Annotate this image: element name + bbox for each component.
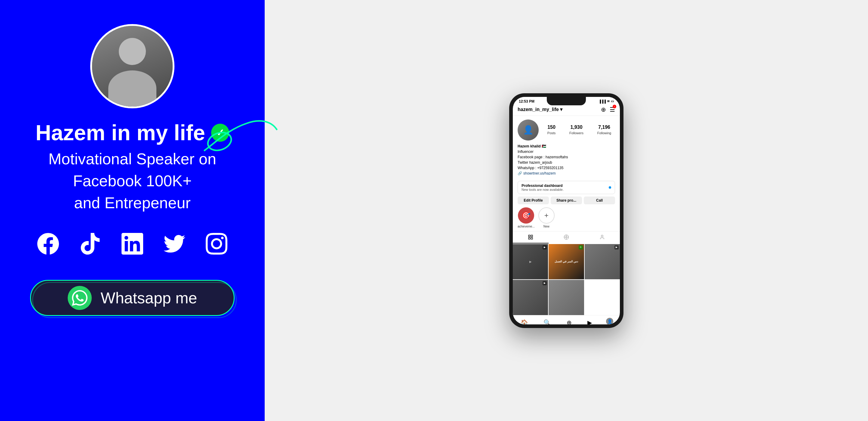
post-thumbnail-1[interactable]: ▶ ▶ [513, 244, 548, 279]
twitter-icon[interactable] [162, 232, 186, 256]
dashboard-subtitle: New tools are now available. [522, 188, 564, 191]
status-time: 12:53 PM [519, 99, 534, 103]
tiktok-icon[interactable] [78, 232, 102, 256]
post-video-indicator-2: ① [579, 245, 583, 249]
add-nav-icon[interactable]: ⊕ [565, 318, 573, 324]
highlight-circle-add: + [538, 207, 555, 223]
phone-notch [547, 97, 586, 105]
svg-rect-1 [529, 235, 530, 237]
bottom-nav: 🏠 🔍 ⊕ ▶ 👤 [513, 315, 620, 324]
svg-point-6 [566, 236, 567, 238]
following-label: Following [597, 131, 611, 135]
stats-row: 150 Posts 1,930 Followers 7,196 Followin… [544, 125, 615, 136]
professional-dashboard[interactable]: Professional dashboard New tools are now… [518, 181, 615, 194]
profile-avatar [90, 24, 175, 108]
profile-section: 👤 150 Posts 1,930 Followers 7,196 Follo [513, 116, 620, 181]
instagram-avatar: 👤 [518, 119, 539, 141]
bio-facebook: Facebook page : hazemsoftahs [518, 154, 615, 160]
posts-grid: ▶ ▶ دس السر في العسل ① ▶ [513, 244, 620, 315]
dashboard-text: Professional dashboard New tools are now… [522, 184, 564, 191]
post-video-indicator-3: ▶ [615, 245, 619, 249]
post-thumbnail-3[interactable]: ▶ [585, 244, 620, 279]
whatsapp-icon [68, 286, 92, 310]
whatsapp-button[interactable]: Whatsapp me [30, 280, 235, 316]
instagram-header: hazem_in_my_life ▾ ⊕ ☰ 1 [513, 105, 620, 116]
notification-badge: 1 [613, 105, 616, 108]
avatar-image [92, 26, 173, 107]
dashboard-title: Professional dashboard [522, 184, 564, 188]
followers-stat[interactable]: 1,930 Followers [569, 125, 584, 136]
bio-name: Hazem khalid 🇵🇸 [518, 144, 615, 149]
svg-rect-3 [529, 237, 530, 239]
home-nav-icon[interactable]: 🏠 [519, 318, 529, 324]
profile-name: Hazem in my life [35, 120, 229, 145]
instagram-icon[interactable] [205, 232, 228, 256]
highlight-achievements[interactable]: 🎯 achieveme... [518, 207, 535, 228]
facebook-icon[interactable] [36, 232, 60, 256]
bio-section: Hazem khalid 🇵🇸 Influencer Facebook page… [518, 144, 615, 176]
post-thumbnail-5[interactable] [549, 280, 584, 315]
highlight-circle-achievements: 🎯 [518, 207, 534, 223]
edit-profile-button[interactable]: Edit Profile [518, 197, 549, 204]
followers-label: Followers [569, 131, 584, 135]
post-thumbnail-4[interactable]: ▶ [513, 280, 548, 315]
signal-icon: ▐▐▐ [599, 100, 606, 103]
posts-label: Posts [548, 131, 556, 135]
followers-count: 1,930 [569, 125, 584, 130]
post-thumbnail-2[interactable]: دس السر في العسل ① [549, 244, 584, 279]
username-display: hazem_in_my_life ▾ [518, 107, 562, 112]
add-post-icon[interactable]: ⊕ [601, 106, 606, 113]
profile-top: 👤 150 Posts 1,930 Followers 7,196 Follo [518, 119, 615, 141]
highlight-label-achievements: achieveme... [518, 225, 535, 228]
whatsapp-button-label: Whatsapp me [101, 289, 197, 307]
svg-point-11 [601, 235, 603, 237]
left-panel: Hazem in my life Motivational Speaker on… [0, 0, 265, 421]
highlight-label-new: New [544, 225, 550, 228]
battery-icon: ▭ [611, 99, 614, 103]
social-icons-row [36, 232, 228, 256]
share-profile-button[interactable]: Share pro... [551, 197, 582, 204]
following-stat[interactable]: 7,196 Following [597, 125, 611, 136]
header-action-icons: ⊕ ☰ 1 [601, 106, 615, 113]
svg-rect-2 [531, 235, 533, 237]
tab-tagged[interactable] [584, 232, 620, 243]
search-nav-icon[interactable]: 🔍 [542, 318, 552, 324]
phone-screen: 12:53 PM ▐▐▐ ≋ ▭ hazem_in_my_life ▾ ⊕ ☰ [513, 97, 620, 324]
svg-rect-4 [531, 237, 533, 239]
action-buttons-row: Edit Profile Share pro... Call [513, 197, 620, 207]
right-panel: 12:53 PM ▐▐▐ ≋ ▭ hazem_in_my_life ▾ ⊕ ☰ [265, 0, 868, 421]
profile-nav-icon[interactable]: 👤 [606, 318, 613, 324]
posts-stat: 150 Posts [548, 125, 556, 136]
tab-grid[interactable] [513, 232, 549, 243]
dropdown-icon[interactable]: ▾ [560, 107, 562, 112]
highlight-new[interactable]: + New [538, 207, 555, 228]
posts-count: 150 [548, 125, 556, 130]
wifi-icon: ≋ [607, 99, 610, 103]
verified-badge-icon [211, 124, 229, 142]
bio-whatsapp: WhatsApp : +972593201135 [518, 165, 615, 171]
dashboard-dot [609, 186, 611, 189]
following-count: 7,196 [597, 125, 611, 130]
bio-role: Influencer [518, 149, 615, 154]
phone-mockup: 12:53 PM ▐▐▐ ≋ ▭ hazem_in_my_life ▾ ⊕ ☰ [509, 93, 623, 328]
linkedin-icon[interactable] [120, 232, 144, 256]
highlights-row: 🎯 achieveme... + New [513, 207, 620, 231]
post-video-indicator-4: ▶ [542, 281, 547, 285]
profile-subtitle: Motivational Speaker on Facebook 100K+ a… [0, 148, 265, 214]
menu-icon[interactable]: ☰ 1 [610, 106, 615, 113]
content-tabs [513, 231, 620, 243]
bio-link[interactable]: 🔗 showrtner.us/hazem [518, 171, 615, 176]
call-button[interactable]: Call [584, 197, 615, 204]
tab-reels[interactable] [549, 232, 584, 243]
status-icons: ▐▐▐ ≋ ▭ [599, 99, 614, 103]
post-video-indicator-1: ▶ [542, 245, 547, 249]
bio-twitter: Twitter hazem_arjoub [518, 160, 615, 165]
reels-nav-icon[interactable]: ▶ [586, 318, 593, 324]
